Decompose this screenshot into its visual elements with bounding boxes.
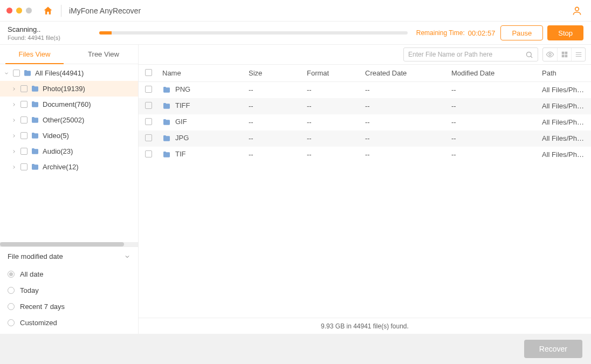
- tree-checkbox[interactable]: [20, 132, 28, 139]
- row-checkbox[interactable]: [145, 134, 152, 141]
- col-format[interactable]: Format: [303, 65, 361, 82]
- tree-checkbox[interactable]: [20, 85, 28, 92]
- content: Name Size Format Created Date Modified D…: [139, 45, 591, 334]
- progress-row: Scanning.. Found: 44941 file(s) Remainin…: [0, 22, 591, 44]
- radio[interactable]: [8, 319, 15, 326]
- tree-checkbox[interactable]: [20, 101, 28, 108]
- cell-modified: --: [447, 82, 538, 98]
- list-view-toggle[interactable]: [571, 48, 585, 61]
- filter-title: File modified date: [8, 252, 63, 260]
- table-row[interactable]: GIF--------All Files/Photo/G: [139, 114, 591, 131]
- svg-rect-4: [561, 52, 564, 54]
- tree-arrow-icon[interactable]: [11, 102, 17, 107]
- search-input[interactable]: [408, 51, 525, 58]
- col-path[interactable]: Path: [538, 65, 591, 82]
- cell-path: All Files/Photo/J.: [538, 131, 591, 147]
- tree-item[interactable]: Other(25002): [0, 112, 138, 128]
- grid-view-toggle[interactable]: [557, 48, 571, 61]
- folder-icon: [23, 69, 32, 78]
- cell-created: --: [361, 98, 447, 114]
- found-count: Found: 44941 file(s): [8, 35, 94, 41]
- cell-format: --: [303, 147, 361, 163]
- row-checkbox[interactable]: [145, 102, 152, 109]
- cell-modified: --: [447, 114, 538, 131]
- filter-option-label: Customized: [20, 319, 57, 327]
- tree-arrow-icon[interactable]: [11, 149, 17, 154]
- table-header-row: Name Size Format Created Date Modified D…: [139, 65, 591, 82]
- folder-icon: [31, 132, 39, 140]
- tree-checkbox[interactable]: [20, 148, 28, 155]
- progress-status: Scanning.. Found: 44941 file(s): [8, 25, 94, 41]
- tree-item-label: Other(25002): [43, 116, 84, 124]
- col-size[interactable]: Size: [244, 65, 303, 82]
- filter-option-label: Recent 7 days: [20, 303, 65, 311]
- search-box[interactable]: [403, 47, 538, 61]
- tree-item[interactable]: Audio(23): [0, 143, 138, 159]
- filter-option[interactable]: Recent 7 days: [8, 298, 130, 314]
- sidebar-tabs: Files View Tree View: [0, 45, 138, 64]
- col-name[interactable]: Name: [158, 65, 244, 82]
- preview-toggle[interactable]: [543, 48, 557, 61]
- cell-format: --: [303, 82, 361, 98]
- minimize-window-button[interactable]: [16, 8, 22, 13]
- tab-files-view[interactable]: Files View: [0, 45, 69, 64]
- cell-size: --: [244, 82, 303, 98]
- radio[interactable]: [8, 287, 15, 294]
- search-icon[interactable]: [525, 51, 533, 59]
- filter-option[interactable]: Customized: [8, 314, 130, 331]
- maximize-window-button[interactable]: [26, 8, 32, 13]
- radio[interactable]: [8, 271, 15, 278]
- tree-checkbox[interactable]: [20, 116, 28, 123]
- folder-icon: [31, 163, 39, 171]
- tree-item-label: Document(760): [43, 100, 91, 108]
- cell-name: GIF: [175, 118, 187, 126]
- folder-icon: [162, 86, 171, 94]
- user-icon[interactable]: [572, 5, 582, 16]
- tab-tree-view[interactable]: Tree View: [69, 45, 138, 64]
- tree-item[interactable]: Archive(12): [0, 159, 138, 175]
- col-modified[interactable]: Modified Date: [447, 65, 538, 82]
- filter-option[interactable]: Today: [8, 282, 130, 298]
- table-row[interactable]: TIFF--------All Files/Photo/T.: [139, 98, 591, 114]
- row-checkbox[interactable]: [145, 150, 152, 157]
- row-checkbox[interactable]: [145, 118, 152, 125]
- cell-created: --: [361, 82, 447, 98]
- close-window-button[interactable]: [6, 8, 12, 13]
- cell-created: --: [361, 114, 447, 131]
- tree-item[interactable]: Video(5): [0, 128, 138, 143]
- tree-item[interactable]: Photo(19139): [0, 81, 138, 97]
- tree-arrow-icon[interactable]: [11, 164, 17, 170]
- tree-arrow-icon[interactable]: [3, 71, 10, 76]
- table-row[interactable]: TIF--------All Files/Photo/TI: [139, 147, 591, 163]
- col-created[interactable]: Created Date: [361, 65, 447, 82]
- table-row[interactable]: PNG--------All Files/Photo/P.: [139, 82, 591, 98]
- file-table: Name Size Format Created Date Modified D…: [139, 64, 591, 163]
- pause-button[interactable]: Pause: [500, 25, 543, 40]
- tree-arrow-icon[interactable]: [11, 86, 17, 92]
- tree-item-label: All Files(44941): [35, 69, 84, 77]
- tree-arrow-icon[interactable]: [11, 133, 17, 139]
- tree-item[interactable]: Document(760): [0, 97, 138, 112]
- stop-button[interactable]: Stop: [547, 25, 583, 40]
- sidebar-scrollbar[interactable]: [0, 242, 138, 246]
- folder-icon: [162, 118, 171, 127]
- radio[interactable]: [8, 303, 15, 310]
- select-all-checkbox[interactable]: [145, 69, 152, 76]
- table-row[interactable]: JPG--------All Files/Photo/J.: [139, 131, 591, 147]
- tree-item-label: Photo(19139): [43, 85, 85, 93]
- tree-checkbox[interactable]: [20, 163, 28, 170]
- tree-arrow-icon[interactable]: [11, 118, 17, 123]
- filter-option[interactable]: All date: [8, 266, 130, 282]
- filter-header[interactable]: File modified date: [8, 252, 130, 260]
- row-checkbox[interactable]: [145, 86, 152, 93]
- chevron-down-icon: [124, 253, 130, 260]
- home-icon[interactable]: [43, 5, 53, 16]
- folder-icon: [162, 102, 171, 111]
- cell-path: All Files/Photo/P.: [538, 82, 591, 98]
- cell-path: All Files/Photo/TI: [538, 147, 591, 163]
- footer: Recover: [0, 334, 591, 364]
- tree-item[interactable]: All Files(44941): [0, 65, 138, 81]
- file-tree: All Files(44941)Photo(19139)Document(760…: [0, 64, 138, 242]
- recover-button[interactable]: Recover: [524, 340, 582, 358]
- tree-checkbox[interactable]: [13, 70, 20, 77]
